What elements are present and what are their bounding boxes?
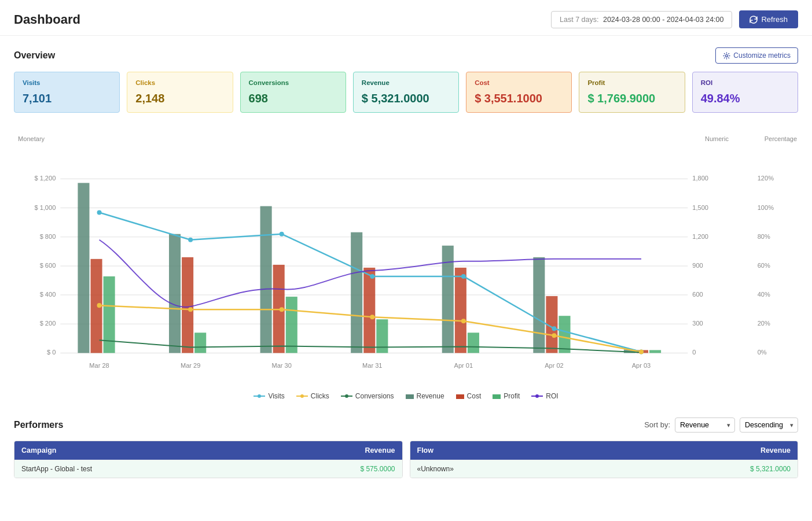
svg-rect-32 [78,183,89,353]
svg-rect-38 [260,206,272,353]
table-row: «Unknown» $ 5,321.0000 [410,460,798,478]
conversions-label: Conversions [249,79,337,86]
page-title: Dashboard [14,12,80,27]
svg-point-65 [552,326,556,331]
flow-table: Flow Revenue «Unknown» $ 5,321.0000 [410,441,799,478]
legend-revenue-label: Revenue [417,392,444,400]
campaign-table: Campaign Revenue StartApp - Global - tes… [14,441,403,478]
customize-metrics-button[interactable]: Customize metrics [715,47,798,64]
svg-point-63 [370,274,374,279]
roi-value: 49.84% [701,92,789,105]
svg-text:60%: 60% [758,262,770,269]
roi-label: ROI [701,79,789,86]
svg-text:Apr 01: Apr 01 [454,362,473,369]
legend-clicks-label: Clicks [311,392,329,400]
svg-text:$ 600: $ 600 [40,262,56,269]
svg-text:$ 1,200: $ 1,200 [34,175,56,182]
svg-text:0%: 0% [758,349,767,356]
cost-value: $ 3,551.1000 [475,92,563,105]
metrics-row: Visits 7,101 Clicks 2,148 Conversions 69… [14,72,798,113]
svg-text:120%: 120% [758,175,774,182]
date-range-display[interactable]: Last 7 days: 2024-03-28 00:00 - 2024-04-… [551,11,732,28]
svg-text:Apr 02: Apr 02 [545,362,564,369]
svg-text:1,800: 1,800 [692,175,708,182]
legend-clicks: Clicks [296,392,329,400]
svg-text:80%: 80% [758,233,770,240]
svg-rect-45 [455,268,466,353]
svg-rect-43 [376,319,388,353]
svg-point-64 [461,274,466,279]
sort-order-select[interactable]: Descending Ascending [740,417,798,433]
sort-by-select[interactable]: Revenue Clicks Conversions Cost Profit R… [675,417,735,433]
svg-rect-80 [406,394,414,399]
svg-rect-82 [493,394,501,399]
legend-conversions-label: Conversions [355,392,394,400]
legend-profit: Profit [493,392,520,400]
svg-text:40%: 40% [758,291,770,298]
campaign-name: StartApp - Global - test [14,460,327,478]
svg-point-61 [188,238,193,242]
campaign-revenue-value: $ 575.0000 [327,460,402,478]
svg-rect-52 [649,350,661,353]
flow-col-header: Flow [410,441,723,460]
legend-roi: ROI [531,392,558,400]
gear-icon [723,52,730,60]
svg-rect-37 [194,332,206,353]
svg-rect-42 [363,268,375,353]
svg-rect-36 [182,257,193,353]
svg-text:300: 300 [692,320,703,327]
legend-cost: Cost [456,392,482,400]
svg-point-60 [97,210,102,215]
performers-title: Performers [14,420,63,430]
svg-point-73 [639,349,644,354]
metric-card-conversions: Conversions 698 [240,72,346,113]
conversions-value: 698 [249,92,337,105]
svg-rect-47 [533,257,545,353]
svg-text:Numeric: Numeric [705,135,729,142]
sort-by-wrapper: Revenue Clicks Conversions Cost Profit R… [675,417,735,433]
metric-card-cost: Cost $ 3,551.1000 [466,72,572,113]
cost-label: Cost [475,79,563,86]
svg-point-75 [258,394,261,398]
svg-point-67 [97,303,102,308]
sort-by-label: Sort by: [644,420,670,429]
svg-rect-35 [169,234,181,353]
svg-point-72 [552,333,556,338]
refresh-label: Refresh [761,15,788,24]
overview-title: Overview [14,50,55,61]
flow-name: «Unknown» [410,460,723,478]
chart-svg: Monetary Numeric Percentage $ 0 $ 200 $ … [14,127,798,382]
svg-rect-46 [468,332,479,353]
performers-section: Performers Sort by: Revenue Clicks Conve… [14,417,798,478]
flow-table-header: Flow Revenue [410,441,798,460]
legend-visits-label: Visits [268,392,284,400]
svg-rect-40 [286,297,297,353]
metric-card-roi: ROI 49.84% [692,72,798,113]
profit-value: $ 1,769.9000 [587,92,676,105]
flow-revenue-value: $ 5,321.0000 [722,460,798,478]
svg-text:$ 800: $ 800 [40,233,56,240]
svg-point-0 [726,54,728,57]
svg-point-69 [280,307,284,312]
svg-text:Mar 30: Mar 30 [272,362,292,369]
svg-point-68 [188,307,193,312]
visits-label: Visits [23,79,111,86]
svg-point-84 [535,394,539,398]
svg-rect-41 [351,232,362,353]
refresh-icon [749,16,758,24]
visits-value: 7,101 [23,92,111,105]
svg-text:1,200: 1,200 [692,233,708,240]
svg-text:$ 400: $ 400 [40,291,56,298]
svg-text:Monetary: Monetary [18,135,45,142]
clicks-label: Clicks [135,79,224,86]
performers-header: Performers Sort by: Revenue Clicks Conve… [14,417,798,433]
legend-roi-label: ROI [546,392,558,400]
svg-text:900: 900 [692,262,703,269]
chart-legend: Visits Clicks Conversions Revenue Cost P… [14,384,798,412]
svg-text:$ 200: $ 200 [40,320,56,327]
svg-text:Mar 28: Mar 28 [89,362,109,369]
refresh-button[interactable]: Refresh [739,10,798,28]
campaign-col-header: Campaign [14,441,327,460]
header-controls: Last 7 days: 2024-03-28 00:00 - 2024-04-… [551,10,798,28]
svg-text:$ 0: $ 0 [47,349,56,356]
